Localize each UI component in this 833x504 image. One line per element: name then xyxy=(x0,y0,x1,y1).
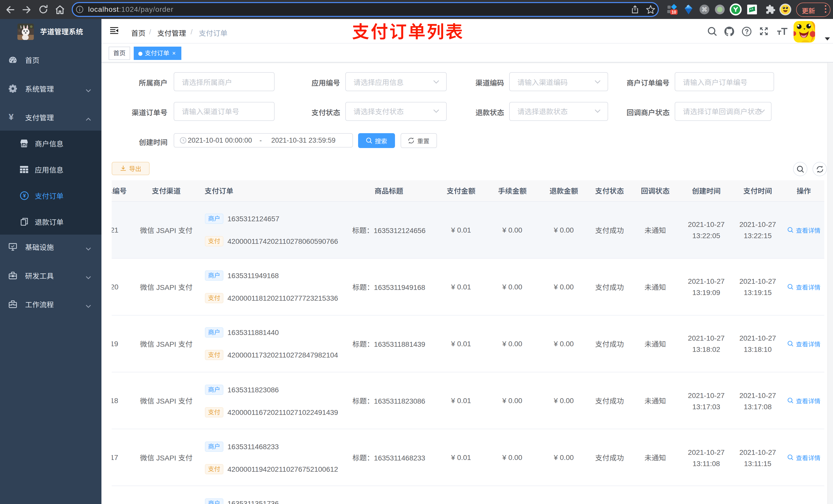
svg-text:⌘: ⌘ xyxy=(701,6,708,13)
svg-text:¥: ¥ xyxy=(23,193,26,198)
svg-text:10: 10 xyxy=(672,10,676,14)
